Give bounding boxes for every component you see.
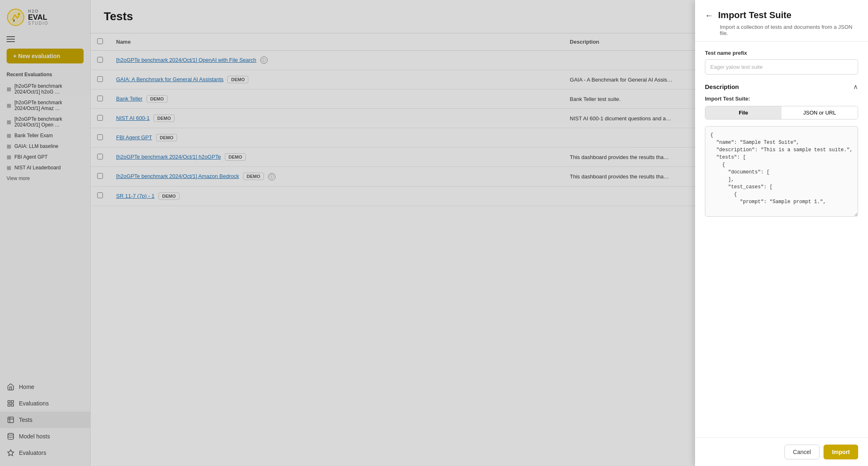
cancel-button[interactable]: Cancel xyxy=(784,445,820,459)
import-type-tabs: File JSON or URL xyxy=(705,106,858,119)
test-name-prefix-label: Test name prefix xyxy=(705,50,858,56)
panel-subtitle: Import a collection of tests and documen… xyxy=(720,24,858,36)
panel-footer: Cancel Import xyxy=(695,438,868,466)
import-panel: ← Import Test Suite Import a collection … xyxy=(695,0,868,466)
back-button[interactable]: ← xyxy=(705,11,713,20)
panel-overlay: ← Import Test Suite Import a collection … xyxy=(0,0,868,466)
test-name-prefix-input[interactable] xyxy=(705,59,858,75)
import-button[interactable]: Import xyxy=(824,445,858,459)
panel-header: ← Import Test Suite Import a collection … xyxy=(695,0,868,42)
description-collapse-button[interactable]: ∧ xyxy=(853,83,858,91)
description-section-title: Description xyxy=(705,83,739,90)
back-icon: ← xyxy=(705,11,713,20)
chevron-up-icon: ∧ xyxy=(853,83,858,90)
json-editor[interactable]: { "name": "Sample Test Suite", "descript… xyxy=(705,126,858,217)
description-section-header: Description ∧ xyxy=(705,83,858,91)
import-test-suite-label: Import Test Suite: xyxy=(705,96,858,102)
panel-body: Test name prefix Description ∧ Import Te… xyxy=(695,42,868,438)
tab-file[interactable]: File xyxy=(705,106,782,119)
panel-title: Import Test Suite xyxy=(718,10,791,21)
tab-json-url[interactable]: JSON or URL xyxy=(782,106,858,119)
